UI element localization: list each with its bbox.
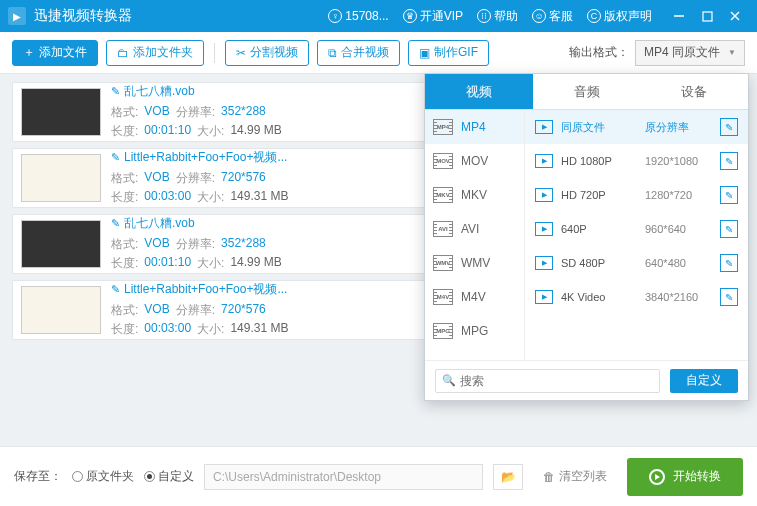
edit-resolution-icon[interactable]: ✎ [720,186,738,204]
resolution-option[interactable]: ▶640P960*640✎ [525,212,748,246]
save-custom-label: 自定义 [158,468,194,485]
resolution-option[interactable]: ▶4K Video3840*2160✎ [525,280,748,314]
edit-resolution-icon[interactable]: ✎ [720,254,738,272]
format-value: VOB [144,302,169,319]
save-original-radio[interactable]: 原文件夹 [72,468,134,485]
help-icon: ⁝⁝ [477,9,491,23]
copyright-link[interactable]: C版权声明 [587,8,652,25]
scissors-icon: ✂ [236,46,246,60]
maximize-button[interactable] [693,0,721,32]
size-value: 14.99 MB [230,255,281,272]
tab-device[interactable]: 设备 [640,74,748,109]
play-icon [649,469,665,485]
user-label: 15708... [345,9,388,23]
minimize-button[interactable] [665,0,693,32]
duration-label: 长度: [111,189,138,206]
file-format-icon: M4V [433,289,453,305]
format-option-avi[interactable]: AVIAVI [425,212,524,246]
format-name: AVI [461,222,479,236]
edit-icon[interactable]: ✎ [111,217,120,230]
gif-icon: ▣ [419,46,430,60]
thumbnail [21,286,101,334]
svg-rect-1 [703,12,712,21]
output-format-select[interactable]: MP4 同原文件 ▼ [635,40,745,66]
size-value: 149.31 MB [230,321,288,338]
edit-icon[interactable]: ✎ [111,283,120,296]
file-format-icon: MPG [433,323,453,339]
tab-video[interactable]: 视频 [425,74,533,109]
resolution-option[interactable]: ▶HD 720P1280*720✎ [525,178,748,212]
video-icon: ▶ [535,290,553,304]
video-icon: ▶ [535,222,553,236]
save-to-label: 保存至： [14,468,62,485]
save-original-label: 原文件夹 [86,468,134,485]
duration-label: 长度: [111,321,138,338]
edit-resolution-icon[interactable]: ✎ [720,152,738,170]
resolution-value: 352*288 [221,104,266,121]
video-icon: ▶ [535,256,553,270]
format-option-wmv[interactable]: WMVWMV [425,246,524,280]
resolution-option[interactable]: ▶SD 480P640*480✎ [525,246,748,280]
format-search[interactable]: 🔍 [435,369,660,393]
resolution-label: 分辨率: [176,104,215,121]
merge-label: 合并视频 [341,44,389,61]
add-file-button[interactable]: ＋添加文件 [12,40,98,66]
format-option-mp4[interactable]: MP4MP4 [425,110,524,144]
browse-folder-button[interactable]: 📂 [493,464,523,490]
resolution-size: 1280*720 [645,189,712,201]
minimize-icon [673,10,685,22]
headset-icon: ☺ [532,9,546,23]
edit-resolution-icon[interactable]: ✎ [720,118,738,136]
resolution-size: 960*640 [645,223,712,235]
radio-selected-icon [144,471,155,482]
merge-video-button[interactable]: ⧉合并视频 [317,40,400,66]
video-icon: ▶ [535,120,553,134]
folder-icon: 🗀 [117,46,129,60]
save-path-field[interactable]: C:\Users\Administrator\Desktop [204,464,483,490]
thumbnail [21,88,101,136]
edit-resolution-icon[interactable]: ✎ [720,288,738,306]
close-button[interactable] [721,0,749,32]
start-label: 开始转换 [673,468,721,485]
format-name: MKV [461,188,487,202]
file-format-icon: WMV [433,255,453,271]
service-link[interactable]: ☺客服 [532,8,573,25]
split-video-button[interactable]: ✂分割视频 [225,40,309,66]
resolution-name: HD 1080P [561,155,637,167]
format-label: 格式: [111,170,138,187]
duration-label: 长度: [111,255,138,272]
format-option-mpg[interactable]: MPGMPG [425,314,524,348]
edit-resolution-icon[interactable]: ✎ [720,220,738,238]
edit-icon[interactable]: ✎ [111,85,120,98]
resolution-value: 720*576 [221,302,266,319]
user-account[interactable]: ♀15708... [328,9,388,23]
format-option-m4v[interactable]: M4VM4V [425,280,524,314]
thumbnail [21,220,101,268]
format-name: MOV [461,154,488,168]
format-option-mov[interactable]: MOVMOV [425,144,524,178]
file-format-icon: MOV [433,153,453,169]
size-value: 149.31 MB [230,189,288,206]
video-icon: ▶ [535,188,553,202]
size-label: 大小: [197,123,224,140]
custom-format-button[interactable]: 自定义 [670,369,738,393]
duration-value: 00:03:00 [144,321,191,338]
format-option-mkv[interactable]: MKVMKV [425,178,524,212]
toolbar: ＋添加文件 🗀添加文件夹 ✂分割视频 ⧉合并视频 ▣制作GIF 输出格式： MP… [0,32,757,74]
tab-audio[interactable]: 音频 [533,74,641,109]
format-value: VOB [144,170,169,187]
edit-icon[interactable]: ✎ [111,151,120,164]
save-custom-radio[interactable]: 自定义 [144,468,194,485]
vip-icon: ♛ [403,9,417,23]
help-link[interactable]: ⁝⁝帮助 [477,8,518,25]
start-convert-button[interactable]: 开始转换 [627,458,743,496]
search-input[interactable] [460,374,653,388]
copyright-label: 版权声明 [604,8,652,25]
make-gif-button[interactable]: ▣制作GIF [408,40,489,66]
resolution-option[interactable]: ▶HD 1080P1920*1080✎ [525,144,748,178]
clear-list-button[interactable]: 🗑清空列表 [543,468,607,485]
vip-link[interactable]: ♛开通VIP [403,8,463,25]
maximize-icon [702,11,713,22]
add-folder-button[interactable]: 🗀添加文件夹 [106,40,204,66]
resolution-option[interactable]: ▶同原文件原分辨率✎ [525,110,748,144]
